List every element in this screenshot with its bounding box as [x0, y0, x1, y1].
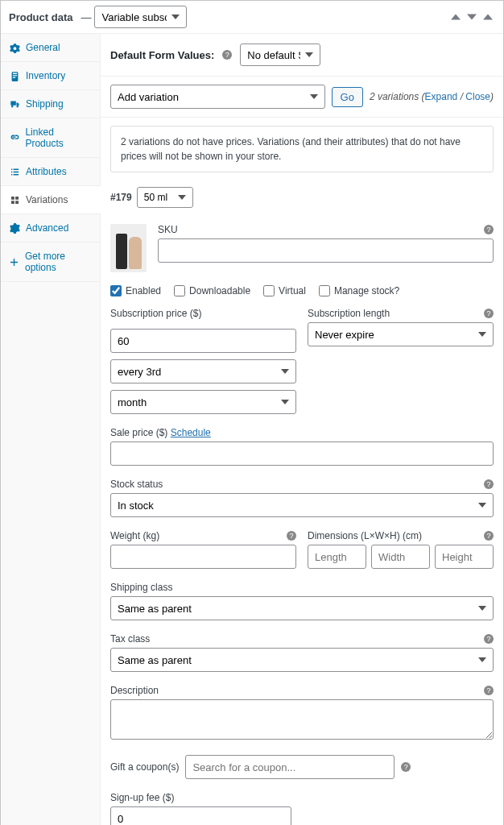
sub-price-label: Subscription price ($): [110, 308, 201, 319]
help-icon[interactable]: ?: [484, 531, 494, 541]
sale-price-input[interactable]: [110, 442, 494, 466]
sidebar-item-label: Shipping: [26, 98, 64, 110]
variation-179-body: SKU ? Enabled Downloadable Virtual Manag…: [101, 214, 503, 825]
schedule-link[interactable]: Schedule: [171, 427, 211, 438]
stock-label: Stock status: [110, 479, 163, 490]
sidebar-item-variations[interactable]: Variations: [1, 186, 101, 214]
shipping-class-select[interactable]: Same as parent: [110, 596, 494, 620]
sidebar-item-general[interactable]: General: [1, 34, 100, 62]
help-icon[interactable]: ?: [222, 50, 232, 60]
default-values-label: Default Form Values:: [110, 49, 214, 61]
shipping-class-label: Shipping class: [110, 582, 172, 593]
width-input[interactable]: [371, 545, 430, 569]
period-select[interactable]: month: [110, 390, 296, 414]
close-link[interactable]: Close: [465, 91, 490, 102]
enabled-checkbox[interactable]: Enabled: [110, 285, 161, 296]
coupon-search-input[interactable]: [185, 755, 395, 779]
sidebar-item-label: Linked Products: [25, 126, 92, 149]
panel-header: Product data — Variable subscription: [1, 1, 503, 34]
plus-icon: [9, 256, 19, 267]
weight-label: Weight (kg): [110, 530, 159, 541]
description-textarea[interactable]: [110, 699, 494, 740]
sidebar-item-advanced[interactable]: Advanced: [1, 214, 100, 243]
sidebar-item-inventory[interactable]: Inventory: [1, 62, 100, 90]
sidebar-item-label: Get more options: [25, 251, 92, 273]
go-button[interactable]: Go: [332, 87, 363, 107]
sub-length-label: Subscription length: [308, 308, 390, 319]
sidebar-item-label: Inventory: [26, 70, 65, 81]
sku-input[interactable]: [158, 238, 494, 263]
expand-link[interactable]: Expand: [425, 91, 458, 102]
sku-label: SKU: [158, 224, 178, 235]
help-icon[interactable]: ?: [484, 686, 494, 695]
dimensions-label: Dimensions (L×W×H) (cm): [308, 530, 422, 541]
tax-class-label: Tax class: [110, 633, 150, 645]
sidebar-item-label: Attributes: [26, 166, 67, 177]
add-variation-select[interactable]: Add variation: [110, 85, 325, 109]
sidebar-item-label: General: [26, 42, 60, 53]
wrench-icon: [9, 42, 20, 53]
length-input[interactable]: [308, 545, 366, 569]
help-icon[interactable]: ?: [484, 225, 494, 234]
title-dash: —: [81, 11, 91, 23]
sidebar: General Inventory Shipping Linked Produc…: [1, 34, 101, 825]
product-type-select[interactable]: Variable subscription: [94, 6, 187, 28]
grid-icon: [9, 194, 20, 205]
list-icon: [9, 166, 20, 177]
help-icon[interactable]: ?: [287, 531, 296, 541]
clipboard-icon: [9, 70, 20, 81]
gift-coupon-label: Gift a coupon(s): [110, 761, 179, 773]
manage-stock-checkbox[interactable]: Manage stock?: [319, 285, 399, 296]
sidebar-item-label: Advanced: [26, 222, 68, 234]
signup-fee-input[interactable]: [110, 806, 291, 825]
variation-size-select[interactable]: 50 ml: [137, 187, 193, 208]
variation-image[interactable]: [110, 224, 147, 272]
link-icon: [9, 132, 19, 143]
chevron-up-icon[interactable]: [448, 10, 463, 24]
downloadable-checkbox[interactable]: Downloadable: [174, 285, 250, 296]
tax-class-select[interactable]: Same as parent: [110, 648, 494, 672]
default-values-select[interactable]: No default Sizes...: [240, 44, 320, 66]
variation-count-top: 2 variations (Expand / Close): [370, 91, 494, 102]
gear-icon: [9, 222, 20, 234]
sidebar-item-linked[interactable]: Linked Products: [1, 118, 100, 158]
sale-price-label: Sale price ($): [110, 427, 167, 438]
sub-length-select[interactable]: Never expire: [308, 322, 494, 346]
weight-input[interactable]: [110, 545, 296, 569]
help-icon[interactable]: ?: [484, 479, 494, 489]
stock-select[interactable]: In stock: [110, 493, 494, 517]
sidebar-item-more[interactable]: Get more options: [1, 243, 100, 282]
truck-icon: [9, 98, 20, 110]
help-icon[interactable]: ?: [484, 309, 494, 318]
variation-id: #179: [110, 192, 132, 203]
price-warning: 2 variations do not have prices. Variati…: [110, 126, 494, 172]
chevron-down-icon[interactable]: [465, 10, 479, 24]
interval-select[interactable]: every 3rd: [110, 359, 296, 383]
description-label: Description: [110, 685, 159, 696]
help-icon[interactable]: ?: [401, 762, 411, 772]
main-content: Default Form Values: ? No default Sizes.…: [101, 34, 503, 825]
variation-179-header: #179 50 ml: [101, 180, 503, 214]
signup-fee-label: Sign-up fee ($): [110, 792, 174, 803]
sidebar-item-label: Variations: [26, 194, 68, 205]
help-icon[interactable]: ?: [484, 634, 494, 644]
triangle-up-icon[interactable]: [481, 10, 495, 24]
panel-title: Product data: [9, 11, 72, 23]
sub-price-input[interactable]: [110, 329, 296, 353]
sidebar-item-shipping[interactable]: Shipping: [1, 90, 100, 118]
sidebar-item-attributes[interactable]: Attributes: [1, 158, 100, 186]
height-input[interactable]: [435, 545, 494, 569]
virtual-checkbox[interactable]: Virtual: [263, 285, 306, 296]
